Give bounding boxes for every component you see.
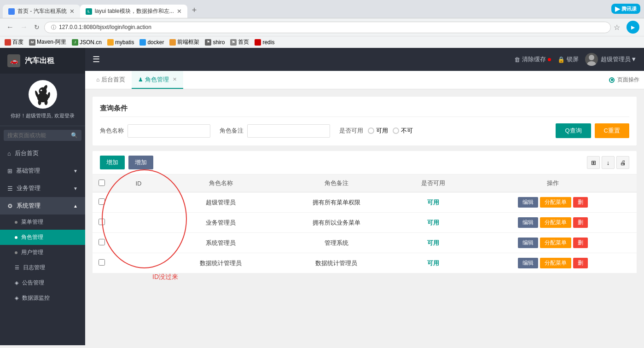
edit-btn-0[interactable]: 编辑	[518, 197, 538, 208]
sidebar-item-biz[interactable]: ☰ 业务管理 ▼	[0, 180, 85, 197]
sidebar-item-base[interactable]: ⊞ 基础管理 ▼	[0, 162, 85, 180]
back-btn[interactable]: ←	[5, 22, 16, 32]
add-btn-2[interactable]: 增加	[128, 156, 153, 169]
cell-name-3: 数据统计管理员	[166, 253, 275, 273]
radio-available[interactable]: 可用	[368, 127, 388, 135]
sidebar-item-sys[interactable]: ⚙ 系统管理 ▲	[0, 197, 85, 215]
refresh-btn[interactable]: ↻	[32, 23, 41, 32]
reset-btn[interactable]: C重置	[595, 123, 629, 138]
radio-unavailable[interactable]: 不可	[393, 127, 413, 135]
browser-tab-2[interactable]: L layui table模块，数据操作和左... ✕	[80, 5, 187, 18]
tab-role-label: 角色管理	[145, 75, 169, 84]
add-btn-1[interactable]: 增加	[100, 156, 125, 169]
input-role-name[interactable]	[128, 124, 210, 138]
tab1-close[interactable]: ✕	[70, 8, 75, 15]
row-checkbox-2[interactable]	[99, 239, 105, 245]
query-title: 查询条件	[100, 104, 629, 117]
delete-btn-2[interactable]: 删	[573, 238, 588, 248]
new-tab-btn[interactable]: +	[187, 3, 202, 18]
forward-btn[interactable]: →	[18, 22, 29, 32]
sidebar-nav: ⌂ 后台首页 ⊞ 基础管理 ▼ ☰ 业务管理 ▼ ⚙ 系统管理 ▲ 菜单管理	[0, 145, 85, 345]
query-row: 角色名称 角色备注 是否可用 可用	[100, 123, 629, 138]
sidebar-item-user[interactable]: 用户管理	[0, 245, 85, 260]
sidebar-item-menu[interactable]: 菜单管理	[0, 215, 85, 230]
query-btn[interactable]: Q查询	[556, 123, 591, 138]
home-icon: ⌂	[7, 150, 11, 157]
select-all-checkbox[interactable]	[99, 180, 105, 186]
radio-available-label: 可用	[376, 127, 388, 135]
page-ops-radio	[609, 77, 615, 83]
tab-role[interactable]: ♟ 角色管理 ✕	[132, 71, 183, 89]
sidebar-item-home[interactable]: ⌂ 后台首页	[0, 145, 85, 162]
bookmark-json[interactable]: J JSON.cn	[72, 39, 102, 46]
assign-btn-2[interactable]: 分配菜单	[540, 238, 571, 248]
cell-remark-1: 拥有所以业务菜单	[275, 213, 397, 233]
col-name: 角色名称	[166, 174, 275, 192]
sidebar-item-monitor[interactable]: ◈ 数据源监控	[0, 290, 85, 306]
nav-label-home: 后台首页	[15, 149, 39, 157]
sidebar-item-log[interactable]: ☰ 日志管理	[0, 260, 85, 275]
star-icon[interactable]: ☆	[614, 23, 620, 32]
table-header-row: ID 角色名称 角色备注 是否可用 操作	[93, 174, 637, 192]
bookmark-shiro[interactable]: ⚑ shiro	[205, 39, 225, 46]
nav-label-user: 用户管理	[21, 249, 43, 256]
columns-btn[interactable]: ⊞	[587, 156, 600, 169]
sidebar-item-role[interactable]: 角色管理	[0, 230, 85, 245]
url-text: 127.0.0.1:8080/bjsxt/login/login.action	[59, 24, 151, 30]
input-role-remark[interactable]	[247, 124, 330, 138]
sidebar-item-notice[interactable]: ◈ 公告管理	[0, 275, 85, 290]
row-checkbox-1[interactable]	[99, 219, 105, 225]
edit-btn-2[interactable]: 编辑	[518, 238, 538, 248]
tab2-close[interactable]: ✕	[177, 8, 182, 15]
delete-btn-0[interactable]: 删	[573, 197, 588, 208]
lock-screen-btn[interactable]: 🔒 锁屏	[557, 55, 579, 64]
tab-role-close[interactable]: ✕	[173, 76, 177, 82]
annotation-text: ID没过来	[152, 273, 178, 281]
tab-home-label: 后台首页	[101, 75, 125, 84]
browser-chrome: 首页 - 汽车出租系统 ✕ L layui table模块，数据操作和左... …	[0, 0, 644, 48]
brand-text: 汽车出租	[25, 56, 54, 66]
nav-label-biz: 业务管理	[17, 184, 41, 192]
edit-btn-3[interactable]: 编辑	[518, 258, 538, 268]
search-input[interactable]	[7, 132, 68, 139]
row-checkbox-0[interactable]	[99, 198, 105, 205]
export-btn[interactable]: ↓	[602, 156, 615, 169]
tab-home-icon: ⌂	[96, 76, 99, 83]
tab1-label: 首页 - 汽车出租系统	[17, 7, 67, 15]
browser-tab-1[interactable]: 首页 - 汽车出租系统 ✕	[3, 5, 80, 18]
cell-action-2: 编辑 分配菜单 删	[470, 233, 637, 253]
clear-cache-btn[interactable]: 🗑 清除缓存	[514, 55, 551, 64]
delete-btn-1[interactable]: 删	[573, 217, 588, 228]
edit-btn-1[interactable]: 编辑	[518, 217, 538, 228]
bookmark-maven[interactable]: M Maven-阿里	[29, 38, 66, 46]
url-bar[interactable]: ⓘ 127.0.0.1:8080/bjsxt/login/login.actio…	[44, 22, 611, 33]
cell-action-1: 编辑 分配菜单 删	[470, 213, 637, 233]
bookmark-home[interactable]: ⚑ 首页	[230, 38, 249, 46]
menu-toggle-btn[interactable]: ☰	[93, 54, 100, 64]
bookmark-baidu[interactable]: 百度	[5, 38, 23, 46]
sidebar-brand: 🚗 汽车出租	[0, 48, 85, 74]
row-checkbox-3[interactable]	[99, 259, 105, 266]
bookmark-redis[interactable]: redis	[255, 39, 274, 46]
svg-point-7	[40, 90, 41, 91]
query-field-status: 是否可用 可用 不可	[339, 127, 413, 135]
delete-btn-3[interactable]: 删	[573, 258, 588, 268]
query-section: 查询条件 角色名称 角色备注 是否可用 可用	[93, 97, 637, 145]
assign-btn-1[interactable]: 分配菜单	[540, 217, 571, 228]
bookmark-frontend[interactable]: 前端框架	[169, 38, 199, 46]
print-btn[interactable]: 🖨	[616, 156, 629, 169]
nav-label-menu: 菜单管理	[21, 218, 43, 226]
assign-btn-3[interactable]: 分配菜单	[540, 258, 571, 268]
sidebar-search[interactable]: 🔍	[4, 130, 81, 141]
table-row: 超级管理员 拥有所有菜单权限 可用 编辑 分配菜单 删	[93, 192, 637, 213]
bookmark-mybatis[interactable]: mybatis	[107, 39, 134, 46]
tab-home[interactable]: ⌂ 后台首页	[90, 71, 132, 89]
assign-btn-0[interactable]: 分配菜单	[540, 197, 571, 208]
tab2-icon: L	[86, 8, 92, 15]
bookmarks-bar: 百度 M Maven-阿里 J JSON.cn mybatis docker 前…	[0, 36, 644, 48]
cell-name-1: 业务管理员	[166, 213, 275, 233]
svg-point-3	[44, 99, 47, 105]
user-profile-btn[interactable]: 超级管理员▼	[585, 53, 637, 66]
cell-id-2	[111, 233, 166, 253]
bookmark-docker[interactable]: docker	[139, 39, 164, 46]
